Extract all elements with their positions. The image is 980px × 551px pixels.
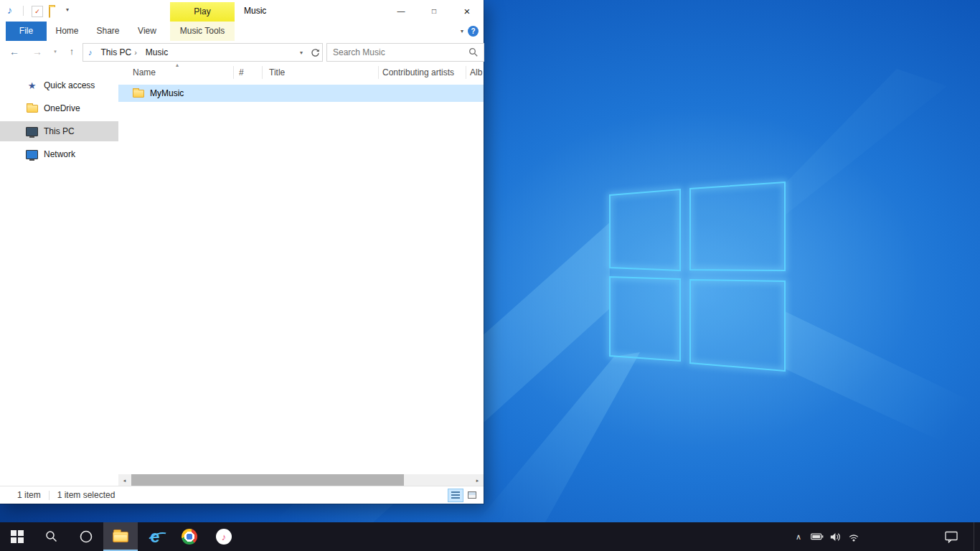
internet-explorer-icon: e: [150, 528, 159, 545]
taskbar-chrome-button[interactable]: [172, 522, 207, 551]
desktop[interactable]: ♪ ✓ ▾ Play Music — □ × File Home Share V…: [0, 0, 980, 551]
qat-customize-chevron-icon[interactable]: ▾: [66, 6, 69, 13]
search-input[interactable]: [327, 47, 468, 57]
taskbar-internet-explorer-button[interactable]: e: [138, 522, 172, 551]
this-pc-monitor-icon: [26, 126, 38, 137]
file-list-pane: ▴ Name # Title Contributing artists Alb …: [118, 62, 484, 486]
action-center-icon[interactable]: [945, 531, 958, 543]
battery-icon[interactable]: [811, 532, 824, 541]
explorer-body: ★ Quick access OneDrive This PC Network: [0, 62, 484, 486]
maximize-button[interactable]: □: [418, 0, 451, 22]
sidebar-item-label: OneDrive: [44, 103, 80, 113]
onedrive-icon: [26, 103, 38, 114]
up-button[interactable]: ↑: [65, 41, 79, 62]
chrome-icon: [182, 529, 197, 545]
column-header-contributing-artists[interactable]: Contributing artists: [382, 62, 454, 83]
sort-ascending-icon: ▴: [176, 62, 179, 69]
scrollbar-track[interactable]: [131, 474, 471, 486]
file-name: MyMusic: [150, 88, 184, 98]
file-row-mymusic[interactable]: MyMusic: [118, 85, 484, 102]
title-bar[interactable]: ♪ ✓ ▾ Play Music — □ ×: [0, 0, 484, 22]
status-divider: [49, 491, 50, 500]
sidebar-item-label: This PC: [44, 126, 75, 136]
recent-locations-chevron-icon[interactable]: ▾: [50, 41, 60, 62]
taskbar-file-explorer-button[interactable]: [103, 522, 138, 551]
file-explorer-window: ♪ ✓ ▾ Play Music — □ × File Home Share V…: [0, 0, 484, 504]
column-separator[interactable]: [378, 66, 379, 79]
details-view-icon: [451, 491, 460, 499]
search-box: [326, 43, 484, 62]
network-wifi-icon[interactable]: [848, 532, 859, 542]
itunes-icon: ♪: [216, 529, 232, 545]
window-title: Music: [244, 0, 266, 22]
selection-count: 1 item selected: [57, 490, 116, 500]
view-switcher: [446, 489, 479, 501]
large-icons-view-button[interactable]: [465, 489, 479, 501]
address-dropdown-chevron-icon[interactable]: ▾: [295, 50, 308, 56]
sidebar-item-onedrive[interactable]: OneDrive: [0, 98, 118, 118]
qat-properties-icon[interactable]: ✓: [32, 6, 43, 17]
music-note-app-icon: ♪: [7, 4, 12, 16]
column-separator[interactable]: [466, 66, 466, 79]
sidebar-item-label: Network: [44, 149, 75, 159]
tab-file[interactable]: File: [6, 22, 47, 41]
show-desktop-button[interactable]: [974, 522, 980, 551]
forward-button[interactable]: →: [29, 41, 46, 62]
status-bar: 1 item 1 item selected: [0, 486, 484, 504]
back-button[interactable]: ←: [6, 41, 23, 62]
tab-home[interactable]: Home: [47, 22, 88, 41]
sidebar-item-this-pc[interactable]: This PC: [0, 121, 118, 141]
column-headers: ▴ Name # Title Contributing artists Alb: [118, 62, 484, 83]
contextual-tab-play[interactable]: Play: [170, 2, 235, 22]
sidebar-item-label: Quick access: [44, 80, 95, 90]
search-icon[interactable]: [468, 47, 479, 57]
expand-ribbon-chevron-icon[interactable]: ▾: [461, 28, 463, 34]
tab-view[interactable]: View: [128, 22, 166, 41]
details-view-button[interactable]: [448, 489, 463, 501]
qat-new-folder-icon[interactable]: [49, 7, 50, 17]
folder-icon: [49, 6, 50, 18]
quick-access-star-icon: ★: [26, 80, 38, 91]
minimize-button[interactable]: —: [385, 0, 418, 22]
breadcrumb-separator-icon[interactable]: ›: [134, 48, 137, 57]
network-icon: [26, 149, 38, 160]
system-tray: ∧: [793, 522, 980, 551]
item-count: 1 item: [17, 490, 41, 500]
large-icons-view-icon: [468, 491, 476, 499]
tab-share[interactable]: Share: [88, 22, 128, 41]
sidebar-item-network[interactable]: Network: [0, 144, 118, 164]
address-bar[interactable]: ♪ This PC › Music ▾: [83, 43, 323, 62]
breadcrumb-music[interactable]: Music: [143, 47, 171, 57]
windows-logo-icon: [11, 530, 24, 543]
ribbon-tab-row: File Home Share View Music Tools ▾ ?: [0, 22, 484, 42]
column-header-album[interactable]: Alb: [470, 62, 482, 83]
taskbar: e ♪ ∧: [0, 522, 980, 551]
scrollbar-thumb[interactable]: [131, 474, 404, 486]
scroll-left-arrow-icon[interactable]: ◂: [118, 474, 131, 486]
navigation-bar: ← → ▾ ↑ ♪ This PC › Music ▾: [0, 41, 484, 63]
column-header-title[interactable]: Title: [269, 62, 285, 83]
tab-music-tools[interactable]: Music Tools: [170, 22, 235, 41]
taskbar-search-button[interactable]: [34, 522, 69, 551]
scroll-right-arrow-icon[interactable]: ▸: [471, 474, 484, 486]
column-separator[interactable]: [262, 66, 263, 79]
hidden-icons-chevron-icon[interactable]: ∧: [793, 532, 804, 542]
help-button[interactable]: ?: [468, 26, 479, 37]
taskbar-itunes-button[interactable]: ♪: [207, 522, 241, 551]
refresh-icon[interactable]: [308, 48, 322, 57]
volume-icon[interactable]: [830, 532, 842, 542]
toolbar-separator: [23, 6, 24, 16]
start-button[interactable]: [0, 522, 34, 551]
horizontal-scrollbar[interactable]: ◂ ▸: [118, 474, 484, 486]
breadcrumb-this-pc[interactable]: This PC: [98, 47, 135, 57]
column-separator[interactable]: [233, 66, 234, 79]
window-controls: — □ ×: [385, 0, 484, 22]
sidebar-item-quick-access[interactable]: ★ Quick access: [0, 75, 118, 95]
file-explorer-folder-icon: [113, 532, 128, 542]
column-header-name[interactable]: Name: [133, 62, 156, 83]
close-button[interactable]: ×: [451, 0, 484, 22]
cortana-button[interactable]: [69, 522, 103, 551]
search-icon: [45, 530, 58, 543]
location-music-icon: ♪: [88, 48, 93, 57]
column-header-number[interactable]: #: [239, 62, 244, 83]
